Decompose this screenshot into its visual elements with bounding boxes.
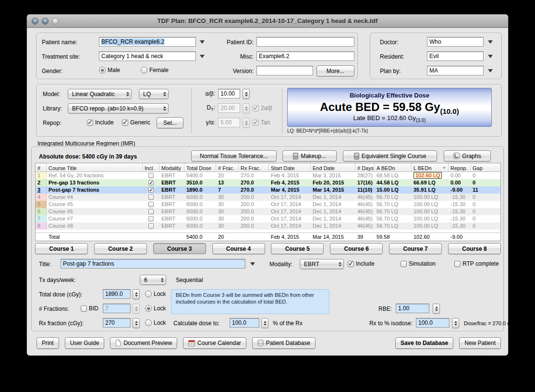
repop-generic-checkbox[interactable] <box>122 120 128 126</box>
column-header[interactable]: Modality <box>159 163 184 172</box>
save-to-database-button[interactable]: Save to Database <box>395 337 453 349</box>
course-tab-course-8[interactable]: Course 8 <box>448 243 501 254</box>
column-header[interactable]: Course Title <box>47 163 143 172</box>
makeup-button[interactable]: Makeup... <box>282 150 337 161</box>
simulation-checkbox[interactable] <box>401 261 407 267</box>
column-header[interactable]: # <box>36 163 47 172</box>
version-input[interactable] <box>256 66 313 75</box>
course-title-dropdown-icon[interactable] <box>250 262 255 266</box>
table-row[interactable]: 2Pre-gap 13 fractionsEBRT3510.013270.0Fe… <box>36 179 500 186</box>
alpha-beta-stepper[interactable] <box>243 89 250 99</box>
column-header[interactable]: # Frac. <box>216 163 239 172</box>
resident-dropdown-icon[interactable] <box>488 55 493 58</box>
rtp-complete-checkbox[interactable] <box>454 261 461 267</box>
rbe-stepper[interactable] <box>433 304 440 314</box>
include-checkbox[interactable] <box>148 209 154 214</box>
column-header[interactable]: End Date <box>311 163 355 172</box>
tan-checkbox[interactable] <box>253 120 259 126</box>
table-row[interactable]: 4Course #4EBRT6000.030200.0Oct 17, 2014D… <box>36 194 500 201</box>
column-header[interactable]: Total Dose <box>184 163 216 172</box>
rbe-input[interactable]: 1.00 <box>396 304 429 313</box>
column-header[interactable]: A BEDn <box>375 163 412 172</box>
rx-fraction-lock-radio[interactable] <box>145 319 152 326</box>
isodose-stepper[interactable] <box>452 318 459 328</box>
column-header[interactable]: L BEDn▼ <box>412 163 449 172</box>
minimize-button[interactable] <box>42 18 49 24</box>
include-checkbox[interactable] <box>148 223 154 229</box>
user-guide-button[interactable]: User Guide <box>65 337 105 349</box>
titlebar[interactable]: TDF Plan: BFCO_RCR example6.2_2014-10-17… <box>27 14 508 28</box>
female-radio[interactable] <box>141 67 147 74</box>
table-row[interactable]: 7Course #7EBRT6000.030200.0Oct 17, 2014D… <box>36 215 500 222</box>
course-tab-course-1[interactable]: Course 1 <box>35 243 88 254</box>
column-header[interactable]: Start Date <box>269 163 311 172</box>
normal-tissue-tolerance-button[interactable]: Normal Tissue Tolerance... <box>191 150 277 161</box>
table-row[interactable]: 5Course #5EBRT6000.030200.0Oct 17, 2014D… <box>36 201 500 208</box>
planby-dropdown-icon[interactable] <box>488 69 493 73</box>
alpha-beta-input[interactable]: 10.00 <box>218 89 240 98</box>
repop-include-checkbox[interactable] <box>87 120 93 126</box>
include-checkbox[interactable] <box>148 202 154 207</box>
course-tab-course-3[interactable]: Course 3 <box>153 243 206 254</box>
misc-input[interactable]: Example6.2 <box>256 51 354 61</box>
total-dose-lock-radio[interactable] <box>145 291 152 297</box>
course-tab-course-5[interactable]: Course 5 <box>271 243 324 254</box>
fractions-lock-radio[interactable] <box>145 305 152 312</box>
table-row[interactable]: 1Ref. 54 Gy, 20 fractionsEBRT5400.020270… <box>36 172 500 179</box>
close-button[interactable] <box>32 18 38 24</box>
column-header[interactable]: Gap <box>471 163 500 172</box>
include-checkbox[interactable] <box>148 195 154 200</box>
include-checkbox[interactable] <box>148 180 154 185</box>
resident-input[interactable]: Evil <box>427 51 484 61</box>
include-checkbox[interactable] <box>148 187 154 193</box>
rx-fraction-stepper[interactable] <box>133 318 140 328</box>
course-tab-course-2[interactable]: Course 2 <box>94 243 147 254</box>
include-checkbox[interactable] <box>148 216 154 221</box>
patient-id-input[interactable] <box>256 37 354 47</box>
document-preview-button[interactable]: Document Preview <box>110 337 177 349</box>
doctor-dropdown-icon[interactable] <box>488 40 493 44</box>
doctor-input[interactable]: Who <box>427 37 484 47</box>
modality-popup[interactable]: EBRT <box>300 259 344 269</box>
male-radio[interactable] <box>99 67 106 74</box>
include-checkbox[interactable] <box>348 261 354 267</box>
set-button[interactable]: Set... <box>157 117 183 128</box>
library-popup[interactable]: BFCO repop. (ab=10 k=0.9) <box>68 103 169 113</box>
include-checkbox[interactable] <box>148 173 154 178</box>
column-header[interactable]: Repop. <box>449 163 471 172</box>
planby-input[interactable]: MA <box>427 66 484 75</box>
imr-table[interactable]: #Course TitleIncl.ModalityTotal Dose# Fr… <box>35 163 501 241</box>
tx-days-stepper[interactable]: 6 <box>140 275 166 285</box>
course-title-input[interactable]: Post-gap 7 fractions <box>61 259 245 269</box>
print-button[interactable]: Print <box>36 337 59 349</box>
model-short-popup[interactable]: LQ <box>139 89 169 99</box>
table-row[interactable]: 8Course #8EBRT6000.030200.0Oct 17, 2014D… <box>36 222 500 230</box>
table-row[interactable]: 3Post-gap 7 fractionsEBRT1890.07270.0Mar… <box>36 186 500 194</box>
total-dose-input[interactable]: 1890.0 <box>103 289 131 299</box>
total-dose-stepper[interactable] <box>133 289 140 299</box>
patient-name-input[interactable]: BFCO_RCR example6.2 <box>99 37 196 47</box>
course-tab-course-6[interactable]: Course 6 <box>330 243 383 254</box>
bid-checkbox[interactable] <box>81 306 87 312</box>
graphs-button[interactable]: Graphs <box>444 150 491 161</box>
treatment-site-input[interactable]: Category 1 head & neck <box>99 51 196 61</box>
course-calendar-button[interactable]: Course Calendar <box>183 337 246 349</box>
column-header[interactable]: Rx Frac. <box>239 163 269 172</box>
two-alpha-beta-checkbox[interactable] <box>253 105 259 111</box>
more-button[interactable]: More... <box>316 65 354 76</box>
zoom-button[interactable] <box>52 18 59 24</box>
course-tab-course-4[interactable]: Course 4 <box>212 243 265 254</box>
isodose-input[interactable]: 100.0 <box>416 318 450 328</box>
table-row[interactable]: 6Course #6EBRT6000.030200.0Oct 17, 2014D… <box>36 208 500 215</box>
equivalent-single-course-button[interactable]: Equivalent Single Course <box>343 150 437 161</box>
calculate-dose-input[interactable]: 100.0 <box>230 318 259 328</box>
rx-fraction-input[interactable]: 270 <box>103 318 131 328</box>
model-popup[interactable]: Linear Quadratic <box>68 89 132 99</box>
column-header[interactable]: # Days <box>355 163 375 172</box>
column-header[interactable]: Incl. <box>143 163 159 172</box>
calculate-dose-stepper[interactable] <box>261 318 268 328</box>
patient-database-button[interactable]: Patient Database <box>252 337 316 349</box>
new-patient-button[interactable]: New Patient <box>459 337 501 349</box>
table-header-row[interactable]: #Course TitleIncl.ModalityTotal Dose# Fr… <box>36 163 500 172</box>
course-tab-course-7[interactable]: Course 7 <box>389 243 442 254</box>
